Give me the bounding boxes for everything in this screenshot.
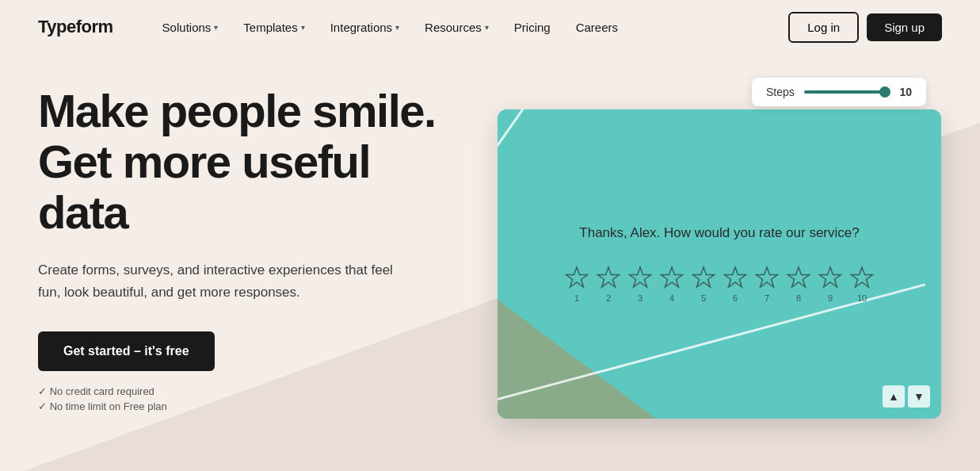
star-icon [596, 265, 621, 290]
star-number: 6 [733, 293, 738, 303]
star-number: 1 [574, 293, 579, 303]
star-icon [849, 265, 875, 290]
star-icon [723, 265, 748, 290]
star-5[interactable]: 5 [691, 265, 716, 303]
hero-heading-line3: data [38, 186, 128, 238]
nav-actions: Log in Sign up [788, 12, 942, 43]
cta-button[interactable]: Get started – it's free [38, 331, 215, 371]
star-icon [754, 265, 780, 290]
form-nav-down-button[interactable]: ▼ [908, 385, 930, 408]
star-8[interactable]: 8 [786, 265, 811, 303]
star-icon [818, 265, 843, 290]
hero-left: Make people smile. Get more useful data … [38, 70, 482, 415]
nav-link-careers[interactable]: Careers [565, 14, 629, 40]
svg-marker-5 [725, 267, 746, 287]
svg-marker-1 [598, 267, 620, 287]
form-preview-card: Thanks, Alex. How would you rate our ser… [498, 109, 941, 419]
signup-button[interactable]: Sign up [867, 13, 942, 41]
svg-marker-3 [662, 267, 683, 287]
hero-heading-line1: Make people smile. [38, 85, 436, 136]
svg-marker-9 [852, 267, 873, 287]
hero-subtext: Create forms, surveys, and interactive e… [38, 259, 418, 302]
star-number: 7 [765, 293, 769, 303]
steps-slider-track[interactable] [804, 90, 890, 94]
chevron-down-icon: ▾ [395, 23, 399, 32]
svg-marker-2 [630, 267, 651, 287]
star-2[interactable]: 2 [596, 265, 621, 303]
star-number: 4 [669, 293, 674, 303]
chevron-down-icon: ▾ [485, 23, 489, 32]
nav-link-integrations[interactable]: Integrations ▾ [319, 14, 410, 40]
star-number: 3 [638, 293, 643, 303]
stars-row: 1 2 3 4 5 6 7 8 [564, 265, 875, 303]
star-3[interactable]: 3 [627, 265, 653, 303]
chevron-down-icon: ▾ [214, 23, 218, 32]
form-nav-up-button[interactable]: ▲ [883, 385, 905, 408]
hero-heading: Make people smile. Get more useful data [38, 86, 482, 237]
hero-notes: No credit card requiredNo time limit on … [38, 385, 482, 412]
nav-links: Solutions ▾Templates ▾Integrations ▾Reso… [151, 14, 789, 40]
svg-marker-8 [820, 267, 841, 287]
navigation: Typeform Solutions ▾Templates ▾Integrati… [0, 0, 980, 54]
hero-note: No time limit on Free plan [38, 400, 482, 412]
steps-widget: Steps 10 [752, 78, 926, 106]
login-button[interactable]: Log in [788, 12, 859, 43]
nav-link-pricing[interactable]: Pricing [503, 14, 562, 40]
hero-note: No credit card required [38, 385, 482, 397]
star-10[interactable]: 10 [849, 265, 875, 303]
star-icon [564, 265, 589, 290]
form-question: Thanks, Alex. How would you rate our ser… [564, 225, 875, 241]
star-number: 2 [606, 293, 611, 303]
hero-right: Steps 10 Thanks, Alex. How would you rat… [498, 70, 942, 419]
logo[interactable]: Typeform [38, 17, 113, 37]
star-icon [691, 265, 716, 290]
steps-slider-thumb [879, 86, 890, 98]
steps-slider-fill [804, 90, 890, 94]
steps-value: 10 [899, 86, 912, 98]
star-9[interactable]: 9 [818, 265, 843, 303]
star-number: 9 [828, 293, 833, 303]
chevron-down-icon: ▾ [301, 23, 305, 32]
nav-link-solutions[interactable]: Solutions ▾ [151, 14, 230, 40]
star-7[interactable]: 7 [754, 265, 780, 303]
hero-section: Make people smile. Get more useful data … [0, 54, 980, 471]
star-6[interactable]: 6 [723, 265, 748, 303]
form-content: Thanks, Alex. How would you rate our ser… [532, 193, 906, 335]
svg-marker-6 [757, 267, 778, 287]
nav-link-resources[interactable]: Resources ▾ [414, 14, 500, 40]
form-navigation: ▲ ▼ [883, 385, 930, 408]
star-icon [627, 265, 653, 290]
star-number: 10 [857, 293, 867, 303]
steps-label: Steps [766, 86, 795, 98]
star-icon [786, 265, 811, 290]
star-4[interactable]: 4 [659, 265, 684, 303]
svg-marker-7 [788, 267, 810, 287]
star-icon [659, 265, 684, 290]
star-number: 5 [701, 293, 706, 303]
svg-marker-4 [693, 267, 715, 287]
star-number: 8 [796, 293, 801, 303]
hero-heading-line2: Get more useful [38, 136, 370, 187]
nav-link-templates[interactable]: Templates ▾ [232, 14, 315, 40]
star-1[interactable]: 1 [564, 265, 589, 303]
svg-marker-0 [566, 267, 588, 287]
